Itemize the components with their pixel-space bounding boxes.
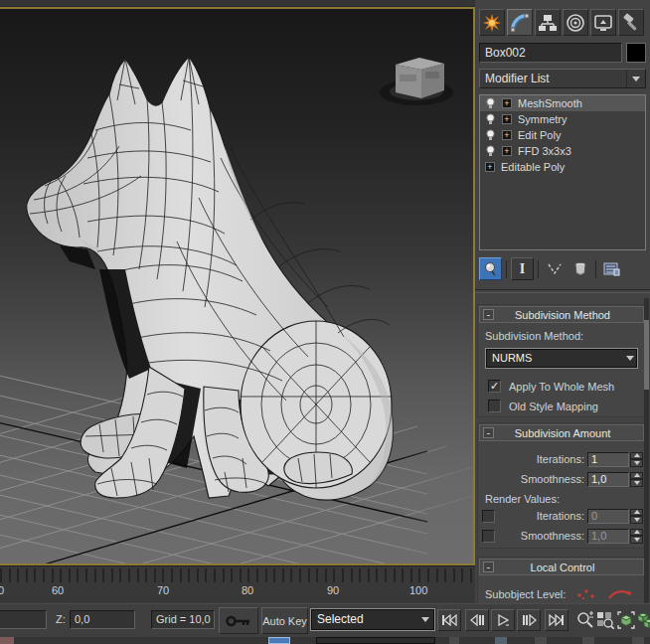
tab-hierarchy[interactable] [535, 9, 561, 36]
render-iterations-spinner[interactable] [630, 509, 643, 524]
zoom-extents-icon [617, 611, 635, 629]
render-values-label: Render Values: [485, 493, 560, 505]
pin-stack-button[interactable] [479, 257, 502, 280]
iterations-field[interactable]: 1 [587, 452, 629, 467]
tab-create[interactable] [479, 9, 505, 36]
collapse-icon[interactable]: - [483, 309, 494, 320]
zoom-extents-button[interactable] [615, 608, 636, 631]
render-iterations-checkbox[interactable] [482, 510, 495, 523]
panel-scrollbar[interactable] [644, 298, 649, 644]
render-smoothness-label: Smoothness: [495, 530, 587, 542]
go-to-end-icon [549, 614, 565, 626]
object-color-swatch[interactable] [626, 43, 646, 63]
smoothness-field[interactable]: 1,0 [587, 472, 629, 487]
rollout-header[interactable]: - Local Control [479, 559, 644, 575]
tab-display[interactable] [590, 9, 616, 36]
perspective-viewport[interactable] [0, 7, 475, 565]
render-iterations-field[interactable]: 0 [587, 509, 629, 524]
modifier-list-dropdown[interactable]: Modifier List [479, 69, 646, 88]
status-bar: 8 Z: 0,0 Grid = 10,0 Auto Key Selected [0, 603, 650, 638]
expand-icon[interactable]: + [502, 130, 512, 140]
set-keys-button[interactable] [219, 607, 258, 634]
stack-toolbar: I [479, 256, 646, 281]
expand-icon[interactable]: + [502, 98, 512, 108]
clipped-bottom-row [0, 637, 650, 644]
modify-icon [510, 13, 530, 33]
render-smoothness-field[interactable]: 1,0 [587, 529, 629, 544]
timeline-track-bar[interactable]: 0 60 70 80 90 100 [0, 565, 475, 603]
zoom-all-icon [596, 611, 614, 629]
visibility-bulb-icon[interactable] [485, 97, 496, 109]
next-frame-button[interactable] [517, 609, 541, 631]
zoom-magnifier-icon [576, 611, 594, 629]
expand-icon[interactable]: + [502, 146, 512, 156]
zoom-extents-all-icon [637, 611, 650, 629]
subobject-edge-button[interactable] [607, 587, 631, 601]
z-coordinate-field[interactable]: 0,0 [70, 610, 135, 629]
collapse-icon[interactable]: - [483, 562, 494, 572]
pin-stack-icon [483, 261, 498, 276]
dog-model[interactable] [27, 57, 394, 500]
previous-frame-button[interactable] [465, 609, 489, 631]
object-name-input[interactable]: Box002 [479, 43, 622, 63]
iterations-spinner[interactable] [630, 452, 643, 467]
play-button[interactable] [491, 609, 515, 631]
expand-icon[interactable]: + [502, 114, 512, 124]
show-end-result-button[interactable]: I [511, 257, 534, 280]
zoom-button[interactable] [574, 608, 595, 631]
smoothness-label: Smoothness: [482, 473, 587, 485]
make-unique-icon [547, 262, 563, 276]
stack-item-edit-poly[interactable]: + Edit Poly [480, 127, 645, 143]
y-coordinate-field[interactable]: 8 [0, 610, 47, 629]
tab-utilities[interactable] [618, 9, 644, 36]
collapse-icon[interactable]: - [483, 427, 494, 438]
configure-modifier-sets-button[interactable] [600, 257, 623, 280]
stack-item-editable-poly[interactable]: + Editable Poly [480, 159, 645, 175]
apply-to-whole-mesh-checkbox[interactable]: ✓ [488, 380, 501, 393]
stack-item-ffd[interactable]: + FFD 3x3x3 [480, 143, 645, 159]
previous-frame-icon [470, 614, 485, 626]
old-style-mapping-checkbox[interactable] [488, 400, 501, 412]
subdivision-method-dropdown[interactable]: NURMS [486, 349, 637, 368]
zoom-extents-all-button[interactable] [635, 608, 650, 631]
viewcube[interactable] [380, 58, 453, 105]
rollout-header[interactable]: - Subdivision Amount [479, 424, 644, 441]
stack-item-symmetry[interactable]: + Symmetry [480, 111, 645, 127]
chevron-down-icon[interactable] [421, 610, 429, 629]
tab-modify[interactable] [507, 9, 533, 36]
make-unique-button[interactable] [543, 257, 566, 280]
scrollbar-thumb[interactable] [644, 320, 649, 390]
chevron-down-icon[interactable] [626, 70, 645, 87]
go-to-end-button[interactable] [545, 609, 569, 631]
remove-modifier-button[interactable] [569, 257, 591, 280]
visibility-bulb-icon[interactable] [485, 129, 496, 141]
subobject-vertex-button[interactable] [575, 587, 597, 601]
command-panel-tabs [479, 9, 644, 36]
auto-key-button[interactable]: Auto Key [261, 607, 308, 634]
stack-item-meshsmooth[interactable]: + MeshSmooth [480, 95, 645, 111]
subobject-level-label: Subobject Level: [485, 588, 566, 600]
key-icon [226, 614, 251, 628]
rollout-subdivision-method: - Subdivision Method Subdivision Method:… [477, 304, 646, 417]
smoothness-spinner[interactable] [630, 472, 643, 487]
viewport-canvas [0, 9, 473, 564]
visibility-bulb-icon[interactable] [485, 145, 496, 157]
render-smoothness-spinner[interactable] [630, 529, 643, 544]
tab-motion[interactable] [563, 9, 588, 36]
go-to-start-button[interactable] [437, 609, 461, 631]
expand-icon[interactable]: + [485, 162, 495, 172]
visibility-bulb-icon[interactable] [485, 113, 496, 125]
zoom-all-button[interactable] [594, 608, 615, 631]
create-icon [482, 13, 502, 33]
timeline-label: 80 [242, 584, 253, 596]
render-smoothness-checkbox[interactable] [482, 530, 495, 543]
z-coordinate-label: Z: [56, 613, 66, 625]
subdivision-method-label: Subdivision Method: [485, 330, 645, 342]
rollout-header[interactable]: - Subdivision Method [479, 306, 644, 323]
render-iterations-label: Iterations: [495, 510, 587, 522]
selection-filter-dropdown[interactable]: Selected [311, 609, 434, 630]
chevron-down-icon[interactable] [626, 350, 634, 367]
rollout-subdivision-amount: - Subdivision Amount Iterations: 1 Smoot… [477, 422, 646, 549]
grid-size-display: Grid = 10,0 [151, 610, 215, 629]
timeline-label: 90 [327, 584, 339, 596]
